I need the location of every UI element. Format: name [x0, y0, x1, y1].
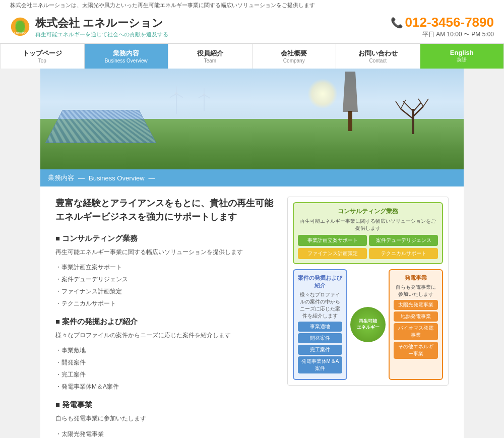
company-name: 株式会社 エネルーション: [35, 16, 168, 31]
diagram-consulting-grid: 事業計画立案サポート 案件デューデリジェンス ファイナンス計画策定 テクニカルサ…: [298, 235, 438, 259]
section-1-desc: 再生可能エネルギー事業に関する幅広いソリューションを提供します: [55, 247, 277, 257]
nav-contact-label: お問い合わせ: [339, 49, 417, 58]
svg-line-5: [401, 109, 413, 119]
company-name-block: 株式会社 エネルーション 再生可能エネルギーを通じて社会への貢献を追及する: [35, 16, 168, 38]
list-item: 開発案件: [55, 356, 277, 368]
diagram-project-desc: 様々なプロファイルの案件の中からニーズに応じた案件を紹介します: [298, 291, 342, 320]
section-3-title: ■ 発電事業: [55, 400, 277, 410]
svg-line-6: [413, 106, 423, 116]
diagram-box: 完工案件: [298, 345, 342, 355]
svg-text:Eneluion: Eneluion: [14, 31, 27, 35]
header: Eneluion 株式会社 エネルーション 再生可能エネルギーを通じて社会への貢…: [0, 11, 504, 43]
nav-item-team[interactable]: 役員紹介 Team: [168, 44, 253, 69]
section-3-list: 太陽光発電事業 地熱発電事業 バイオマス発電事業 その他エネルギー事業: [55, 428, 277, 438]
nav-english-label: English: [423, 49, 501, 56]
logo-icon: Eneluion: [10, 17, 30, 37]
hero-turbine-1: [166, 84, 186, 114]
diagram-middle: 案件の発掘および紹介 様々なプロファイルの案件の中からニーズに応じた案件を紹介し…: [293, 269, 443, 380]
diagram-consulting-title: コンサルティング業務: [298, 207, 438, 216]
logo-area: Eneluion 株式会社 エネルーション 再生可能エネルギーを通じて社会への貢…: [10, 16, 168, 38]
diagram-box: 事業適地: [298, 322, 342, 332]
diagram-box: 事業計画立案サポート: [298, 235, 367, 246]
nav-company-label: 会社概要: [255, 49, 334, 58]
diagram-consulting: コンサルティング業務 再生可能エネルギー事業に関する幅広いソリューションをご提供…: [293, 202, 443, 264]
diagram-box: ファイナンス計画策定: [298, 248, 367, 259]
nav-contact-sub: Contact: [339, 58, 417, 64]
navigation: トップページ Top 業務内容 Business Overview 役員紹介 T…: [0, 43, 504, 69]
diagram-consulting-desc: 再生可能エネルギー事業に関する幅広いソリューションをご提供します: [298, 218, 438, 232]
diagram-center-text: 再生可能エネルギー: [357, 319, 380, 330]
nav-company-sub: Company: [255, 58, 334, 64]
contact-info: 📞 012-3456-7890 平日 AM 10:00 〜 PM 5:00: [391, 15, 494, 39]
diagram-box: テクニカルサポート: [369, 248, 438, 259]
nav-team-label: 役員紹介: [171, 49, 249, 58]
nav-team-sub: Team: [171, 58, 249, 64]
business-hours: 平日 AM 10:00 〜 PM 5:00: [391, 30, 494, 39]
breadcrumb-home: 業務内容: [48, 173, 74, 182]
list-item: ファイナンス計画策定: [55, 285, 277, 297]
main-wrapper: 業務内容 — Business Overview — 豊富な経験とアライアンスを…: [40, 69, 464, 438]
diagram-project: 案件の発掘および紹介 様々なプロファイルの案件の中からニーズに応じた案件を紹介し…: [293, 269, 347, 380]
hero-tree-1: [338, 72, 363, 131]
section-2-list: 事業敷地 開発案件 完工案件 発電事業体M＆A案件: [55, 344, 277, 393]
diagram-box: バイオマス発電事業: [394, 323, 438, 340]
svg-line-21: [204, 95, 210, 98]
nav-item-contact[interactable]: お問い合わせ Contact: [336, 44, 420, 69]
svg-line-16: [176, 94, 183, 98]
phone-number: 012-3456-7890: [405, 15, 494, 30]
diagram-project-title: 案件の発掘および紹介: [298, 274, 342, 289]
hero-turbine-2: [197, 86, 212, 111]
diagram-center-circle: 再生可能エネルギー: [350, 307, 386, 342]
company-tagline: 再生可能エネルギーを通じて社会への貢献を追及する: [35, 31, 168, 38]
nav-item-english[interactable]: English 英語: [420, 44, 505, 69]
nav-item-company[interactable]: 会社概要 Company: [253, 44, 337, 69]
nav-business-label: 業務内容: [87, 49, 166, 58]
diagram-power: 発電事業 自らも発電事業に参加いたします 太陽光発電事業 地熱発電事業 バイオマ…: [389, 269, 443, 380]
section-1-list: 事業計画立案サポート 案件デューデリジェンス ファイナンス計画策定 テクニカルサ…: [55, 261, 277, 309]
nav-top-sub: Top: [3, 58, 82, 64]
diagram-box: 地熱発電事業: [394, 311, 438, 322]
content-area: 豊富な経験とアライアンスをもとに、貴社の再生可能エネルギービジネスを強力にサポー…: [40, 186, 464, 438]
diagram-box: 開発案件: [298, 333, 342, 343]
diagram-box: 案件デューデリジェンス: [369, 235, 438, 246]
section-2-title: ■ 案件の発掘および紹介: [55, 317, 277, 327]
list-item: 事業計画立案サポート: [55, 261, 277, 273]
page-heading: 豊富な経験とアライアンスをもとに、貴社の再生可能エネルギービジネスを強力にサポー…: [55, 197, 277, 224]
diagram-power-desc: 自らも発電事業に参加いたします: [394, 284, 438, 298]
nav-english-sub: 英語: [423, 56, 501, 64]
section-1-title: ■ コンサルティング業務: [55, 234, 277, 243]
nav-top-label: トップページ: [3, 49, 82, 58]
phone-icon: 📞: [391, 17, 403, 29]
content-left: 豊富な経験とアライアンスをもとに、貴社の再生可能エネルギービジネスを強力にサポー…: [55, 197, 277, 438]
svg-line-11: [423, 99, 428, 106]
diagram-power-title: 発電事業: [394, 274, 438, 282]
top-info-text: 株式会社エネルーションは、太陽光や風力といった再生可能エネルギー事業に関する幅広…: [10, 2, 315, 8]
diagram-box: 太陽光発電事業: [394, 300, 438, 310]
list-item: テクニカルサポート: [55, 297, 277, 309]
diagram: コンサルティング業務 再生可能エネルギー事業に関する幅広いソリューションをご提供…: [287, 197, 449, 386]
svg-line-10: [401, 100, 406, 109]
svg-line-17: [170, 94, 176, 98]
nav-item-business[interactable]: 業務内容 Business Overview: [85, 44, 169, 69]
section-2-desc: 様々なプロファイルの案件からニーズに応じた案件を紹介します: [55, 331, 277, 340]
breadcrumb: 業務内容 — Business Overview —: [40, 169, 464, 186]
top-info-bar: 株式会社エネルーションは、太陽光や風力といった再生可能エネルギー事業に関する幅広…: [0, 0, 504, 11]
list-item: 完工案件: [55, 368, 277, 381]
hero-sun: [307, 79, 338, 109]
svg-line-22: [199, 95, 204, 98]
diagram-box: 発電事業体M＆A案件: [298, 356, 342, 373]
hero-solar-panels: [45, 110, 157, 143]
list-item: 発電事業体M＆A案件: [55, 381, 277, 393]
content-right: コンサルティング業務 再生可能エネルギー事業に関する幅広いソリューションをご提供…: [287, 197, 449, 438]
list-item: 事業敷地: [55, 344, 277, 356]
section-3-desc: 自らも発電事業に参加いたします: [55, 414, 277, 423]
breadcrumb-arrow2: —: [149, 174, 155, 182]
nav-business-sub: Business Overview: [87, 58, 166, 64]
breadcrumb-current: Business Overview: [89, 174, 145, 182]
nav-item-top[interactable]: トップページ Top: [0, 44, 85, 69]
breadcrumb-arrow1: —: [78, 174, 85, 182]
svg-line-9: [396, 101, 401, 109]
hero-image: [40, 69, 464, 169]
list-item: 太陽光発電事業: [55, 428, 277, 438]
diagram-box: その他エネルギー事業: [394, 342, 438, 359]
